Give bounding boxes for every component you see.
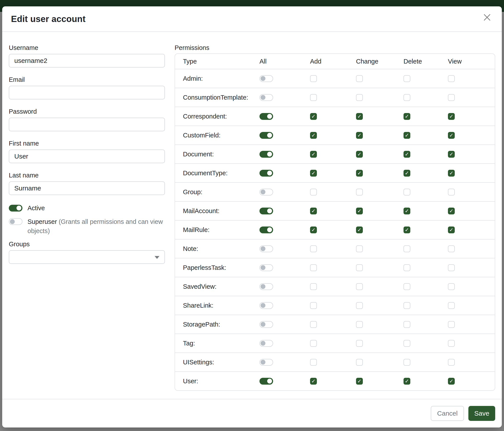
checkbox-delete-storagepath[interactable] <box>404 321 410 328</box>
toggle-all-sharelink[interactable] <box>260 302 273 309</box>
checkbox-change-tag[interactable] <box>356 340 363 347</box>
first-name-input[interactable] <box>9 150 165 163</box>
checkbox-view-correspondent[interactable] <box>448 113 455 120</box>
checkbox-change-note[interactable] <box>356 245 363 252</box>
checkbox-change-group[interactable] <box>356 189 363 196</box>
email-input[interactable] <box>9 86 165 99</box>
toggle-all-document[interactable] <box>260 151 273 158</box>
groups-select[interactable] <box>9 250 165 264</box>
checkbox-delete-paperlesstask[interactable] <box>404 264 410 271</box>
toggle-all-customfield[interactable] <box>260 132 273 139</box>
toggle-all-tag[interactable] <box>260 340 273 347</box>
checkbox-add-documenttype[interactable] <box>310 170 317 177</box>
checkbox-delete-sharelink[interactable] <box>404 302 410 309</box>
checkbox-add-note[interactable] <box>310 245 317 252</box>
checkbox-change-sharelink[interactable] <box>356 302 363 309</box>
checkbox-delete-mailaccount[interactable] <box>404 207 410 214</box>
checkbox-view-tag[interactable] <box>448 340 455 347</box>
checkbox-delete-savedview[interactable] <box>404 283 410 290</box>
toggle-all-user[interactable] <box>260 378 273 385</box>
toggle-all-uisettings[interactable] <box>260 359 273 366</box>
password-input[interactable] <box>9 118 165 131</box>
superuser-toggle[interactable] <box>9 218 22 225</box>
checkbox-add-sharelink[interactable] <box>310 302 317 309</box>
toggle-all-group[interactable] <box>260 189 273 196</box>
checkbox-delete-customfield[interactable] <box>404 132 410 139</box>
checkbox-add-paperlesstask[interactable] <box>310 264 317 271</box>
checkbox-delete-group[interactable] <box>404 189 410 196</box>
toggle-all-consumptiontemplate[interactable] <box>260 94 273 101</box>
checkbox-delete-user[interactable] <box>404 378 410 385</box>
permission-type-cell: DocumentType: <box>175 170 260 177</box>
checkbox-view-paperlesstask[interactable] <box>448 264 455 271</box>
checkbox-delete-uisettings[interactable] <box>404 359 410 366</box>
checkbox-add-savedview[interactable] <box>310 283 317 290</box>
checkbox-delete-note[interactable] <box>404 245 410 252</box>
checkbox-view-group[interactable] <box>448 189 455 196</box>
chevron-down-icon <box>155 256 159 259</box>
checkbox-view-note[interactable] <box>448 245 455 252</box>
cancel-button[interactable]: Cancel <box>431 406 464 421</box>
active-toggle[interactable] <box>9 205 22 212</box>
checkbox-view-document[interactable] <box>448 151 455 158</box>
checkbox-add-admin[interactable] <box>310 75 317 82</box>
checkbox-change-customfield[interactable] <box>356 132 363 139</box>
checkbox-delete-admin[interactable] <box>404 75 410 82</box>
checkbox-view-mailrule[interactable] <box>448 226 455 233</box>
permission-row: UISettings: <box>175 352 495 371</box>
checkbox-change-user[interactable] <box>356 378 363 385</box>
checkbox-view-savedview[interactable] <box>448 283 455 290</box>
checkbox-delete-document[interactable] <box>404 151 410 158</box>
checkbox-delete-documenttype[interactable] <box>404 170 410 177</box>
checkbox-change-mailaccount[interactable] <box>356 207 363 214</box>
toggle-all-storagepath[interactable] <box>260 321 273 328</box>
toggle-all-documenttype[interactable] <box>260 170 273 177</box>
save-button[interactable]: Save <box>468 406 495 421</box>
checkbox-delete-tag[interactable] <box>404 340 410 347</box>
checkbox-add-consumptiontemplate[interactable] <box>310 94 317 101</box>
checkbox-add-customfield[interactable] <box>310 132 317 139</box>
toggle-all-note[interactable] <box>260 245 273 252</box>
checkbox-change-admin[interactable] <box>356 75 363 82</box>
checkbox-delete-correspondent[interactable] <box>404 113 410 120</box>
toggle-all-admin[interactable] <box>260 75 273 82</box>
toggle-all-paperlesstask[interactable] <box>260 264 273 271</box>
last-name-input[interactable] <box>9 181 165 195</box>
checkbox-change-mailrule[interactable] <box>356 226 363 233</box>
close-button[interactable] <box>481 11 493 23</box>
toggle-all-savedview[interactable] <box>260 283 273 290</box>
checkbox-add-mailrule[interactable] <box>310 226 317 233</box>
toggle-all-mailrule[interactable] <box>260 226 273 233</box>
checkbox-view-storagepath[interactable] <box>448 321 455 328</box>
checkbox-view-consumptiontemplate[interactable] <box>448 94 455 101</box>
checkbox-add-user[interactable] <box>310 378 317 385</box>
checkbox-change-correspondent[interactable] <box>356 113 363 120</box>
checkbox-change-uisettings[interactable] <box>356 359 363 366</box>
permission-type-label: Admin: <box>183 75 203 82</box>
checkbox-add-uisettings[interactable] <box>310 359 317 366</box>
checkbox-delete-consumptiontemplate[interactable] <box>404 94 410 101</box>
checkbox-change-storagepath[interactable] <box>356 321 363 328</box>
checkbox-add-tag[interactable] <box>310 340 317 347</box>
checkbox-view-mailaccount[interactable] <box>448 207 455 214</box>
checkbox-view-documenttype[interactable] <box>448 170 455 177</box>
checkbox-view-customfield[interactable] <box>448 132 455 139</box>
checkbox-view-sharelink[interactable] <box>448 302 455 309</box>
checkbox-change-consumptiontemplate[interactable] <box>356 94 363 101</box>
checkbox-add-mailaccount[interactable] <box>310 207 317 214</box>
checkbox-add-correspondent[interactable] <box>310 113 317 120</box>
username-input[interactable] <box>9 54 165 68</box>
checkbox-add-storagepath[interactable] <box>310 321 317 328</box>
checkbox-add-document[interactable] <box>310 151 317 158</box>
checkbox-add-group[interactable] <box>310 189 317 196</box>
checkbox-change-documenttype[interactable] <box>356 170 363 177</box>
checkbox-change-savedview[interactable] <box>356 283 363 290</box>
checkbox-delete-mailrule[interactable] <box>404 226 410 233</box>
checkbox-view-uisettings[interactable] <box>448 359 455 366</box>
toggle-all-correspondent[interactable] <box>260 113 273 120</box>
checkbox-view-admin[interactable] <box>448 75 455 82</box>
toggle-all-mailaccount[interactable] <box>260 207 273 214</box>
checkbox-view-user[interactable] <box>448 378 455 385</box>
checkbox-change-document[interactable] <box>356 151 363 158</box>
checkbox-change-paperlesstask[interactable] <box>356 264 363 271</box>
